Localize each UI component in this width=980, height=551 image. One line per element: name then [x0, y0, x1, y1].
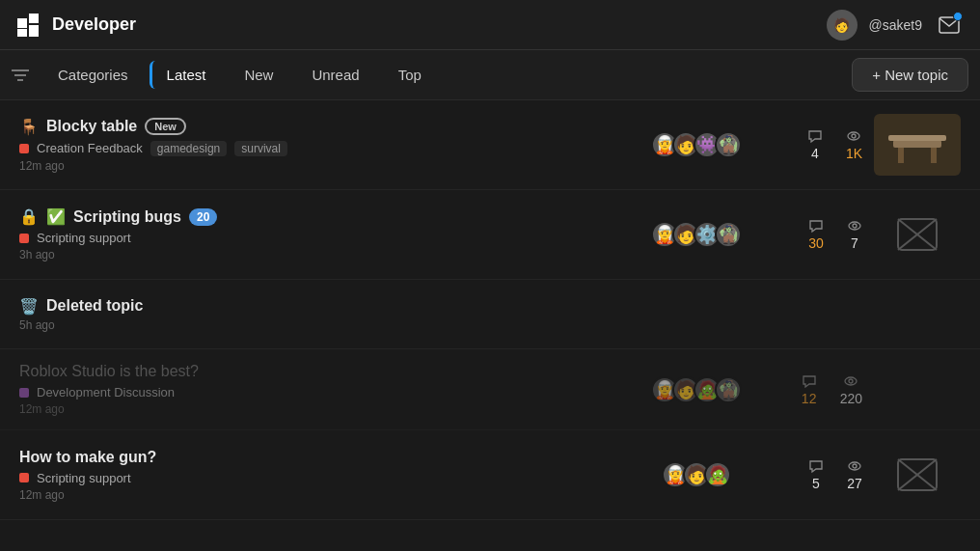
- category-dot: [19, 388, 29, 398]
- eye-icon: [843, 373, 858, 389]
- svg-point-9: [852, 134, 856, 138]
- avatar: 🧌: [715, 376, 742, 403]
- mail-notification-badge: [953, 12, 963, 21]
- replies-stat: 12: [802, 373, 817, 406]
- reply-count: 30: [808, 235, 824, 251]
- app-title: Developer: [52, 14, 136, 35]
- mail-icon-button[interactable]: [934, 10, 965, 41]
- topic-list: 🪑 Blocky table New Creation Feedback gam…: [0, 100, 980, 520]
- category-label: Scripting support: [37, 231, 131, 245]
- topic-title: Blocky table: [46, 118, 137, 135]
- topic-main: 🗑️ Deleted topic 5h ago: [19, 297, 961, 332]
- lock-icon: 🔒: [19, 207, 39, 226]
- nav-bar: Categories Latest New Unread Top + New t…: [0, 50, 980, 100]
- tag-pill: survival: [234, 141, 287, 156]
- category-dot: [19, 144, 29, 153]
- category-label: Development Discussion: [37, 385, 175, 399]
- svg-rect-13: [888, 135, 946, 141]
- reply-icon: [808, 218, 824, 234]
- eye-icon: [847, 218, 862, 234]
- trash-icon: 🗑️: [19, 297, 39, 316]
- table-row[interactable]: Roblox Studio is the best? Development D…: [0, 349, 980, 430]
- svg-rect-3: [29, 25, 39, 37]
- check-icon: ✅: [46, 207, 66, 226]
- category-dot: [19, 234, 29, 243]
- header-right: 🧑 @saket9: [827, 10, 965, 41]
- reply-icon: [808, 458, 824, 474]
- svg-point-8: [848, 132, 859, 140]
- view-count: 1K: [846, 146, 862, 161]
- table-thumbnail-image: [884, 121, 951, 169]
- tab-new[interactable]: New: [227, 61, 290, 89]
- reply-count: 12: [802, 391, 817, 406]
- svg-point-15: [853, 224, 857, 228]
- username[interactable]: @saket9: [869, 17, 922, 33]
- no-image-placeholder: [874, 204, 961, 265]
- badge-new: New: [145, 118, 186, 135]
- eye-icon: [847, 458, 862, 474]
- topic-main: 🪑 Blocky table New Creation Feedback gam…: [19, 118, 627, 173]
- topic-title: Scripting bugs: [73, 208, 181, 226]
- svg-rect-1: [29, 14, 39, 23]
- topic-stats: 30 7: [766, 218, 862, 251]
- table-row[interactable]: 🔒 ✅ Scripting bugs 20 Scripting support …: [0, 190, 980, 280]
- avatar: 🧟: [704, 461, 731, 488]
- tab-top[interactable]: Top: [381, 61, 439, 89]
- view-count: 7: [851, 235, 858, 251]
- reply-count: 5: [812, 476, 820, 491]
- new-topic-button[interactable]: + New topic: [852, 58, 968, 92]
- replies-stat: 4: [807, 128, 823, 161]
- time-ago: 12m ago: [19, 402, 627, 416]
- table-row[interactable]: 🪑 Blocky table New Creation Feedback gam…: [0, 100, 980, 190]
- replies-stat: 30: [808, 218, 824, 251]
- topic-title: How to make gun?: [19, 449, 156, 466]
- views-stat: 7: [847, 218, 862, 251]
- views-stat: 27: [847, 458, 862, 491]
- badge-count: 20: [189, 208, 217, 226]
- svg-rect-10: [893, 140, 941, 148]
- app-logo[interactable]: Developer: [15, 12, 136, 39]
- topic-main: Roblox Studio is the best? Development D…: [19, 363, 627, 416]
- svg-point-14: [849, 222, 860, 230]
- filter-icon[interactable]: [12, 69, 29, 82]
- no-image-placeholder: [874, 444, 961, 506]
- svg-point-21: [849, 462, 860, 470]
- tab-categories[interactable]: Categories: [41, 61, 146, 89]
- topic-title: Roblox Studio is the best?: [19, 363, 199, 380]
- svg-point-20: [849, 379, 853, 383]
- time-ago: 12m ago: [19, 488, 627, 502]
- avatar[interactable]: 🧑: [827, 10, 858, 41]
- category-dot: [19, 473, 29, 482]
- header: Developer 🧑 @saket9: [0, 0, 980, 50]
- avatar: 🧌: [715, 131, 742, 158]
- table-row[interactable]: 🗑️ Deleted topic 5h ago: [0, 280, 980, 349]
- views-stat: 1K: [846, 128, 862, 161]
- topic-main: How to make gun? Scripting support 12m a…: [19, 449, 627, 502]
- roblox-logo-icon: [15, 12, 42, 39]
- no-image-icon: [896, 217, 939, 252]
- svg-rect-11: [898, 148, 904, 163]
- category-label: Creation Feedback: [37, 141, 143, 155]
- view-count: 27: [847, 476, 862, 491]
- svg-rect-0: [17, 18, 27, 28]
- new-topic-label: + New topic: [872, 67, 948, 83]
- eye-icon: [846, 128, 861, 144]
- topic-avatars: 🧝 🧑 ⚙️ 🧌: [639, 221, 754, 248]
- reply-icon: [807, 128, 823, 144]
- view-count: 220: [840, 391, 862, 406]
- tab-latest[interactable]: Latest: [150, 61, 224, 89]
- table-row[interactable]: How to make gun? Scripting support 12m a…: [0, 430, 980, 520]
- tab-unread[interactable]: Unread: [294, 61, 376, 89]
- time-ago: 5h ago: [19, 318, 961, 332]
- tag-pill: gamedesign: [150, 141, 227, 156]
- svg-point-22: [853, 464, 857, 468]
- topic-stats: 5 27: [766, 458, 862, 491]
- category-label: Scripting support: [37, 471, 131, 485]
- time-ago: 3h ago: [19, 248, 627, 262]
- svg-rect-2: [17, 29, 27, 37]
- topic-title: Deleted topic: [46, 297, 143, 315]
- topic-avatars: 🧝 🧑 🧟: [639, 461, 754, 488]
- reply-icon: [802, 373, 817, 389]
- replies-stat: 5: [808, 458, 824, 491]
- topic-avatars: 🧝 🧑 👾 🧌: [639, 131, 754, 158]
